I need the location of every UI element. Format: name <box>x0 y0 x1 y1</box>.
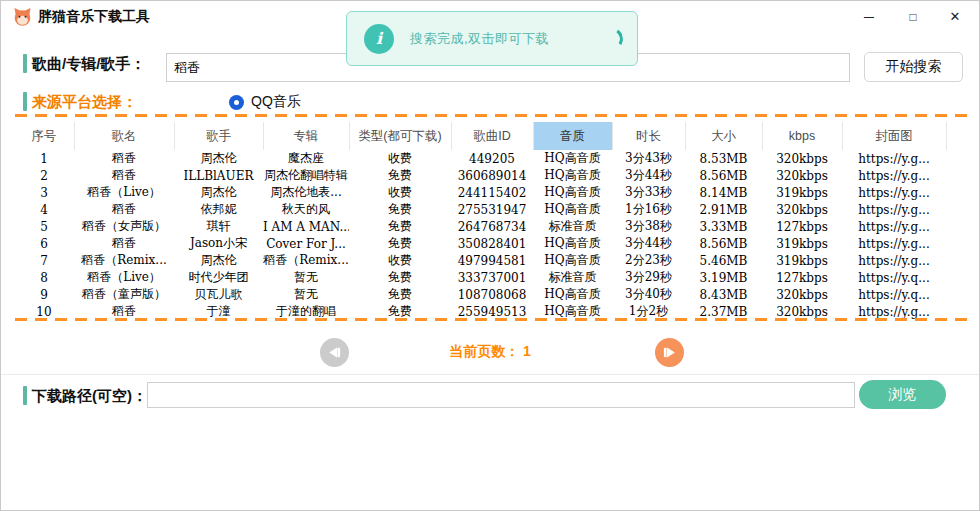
table-cell[interactable] <box>946 286 980 303</box>
table-cell[interactable]: 琪轩 <box>174 218 263 235</box>
table-cell[interactable] <box>946 167 980 184</box>
table-row[interactable]: 1稻香周杰伦魔杰座收费449205HQ高音质3分43秒8.53MB320kbps… <box>14 150 980 167</box>
table-cell[interactable]: 319kbps <box>762 252 842 269</box>
table-cell[interactable]: https://y.g... <box>842 201 946 218</box>
table-cell[interactable]: 周杰伦 <box>174 252 263 269</box>
table-cell[interactable]: 8.53MB <box>685 150 762 167</box>
column-header-7[interactable]: 音质 <box>533 122 612 150</box>
close-button[interactable]: ✕ <box>933 1 977 33</box>
table-cell[interactable]: 贝瓦儿歌 <box>174 286 263 303</box>
table-cell[interactable]: I AM A MAN... <box>263 218 349 235</box>
maximize-button[interactable]: □ <box>891 1 935 33</box>
table-row[interactable]: 9稻香（童声版）贝瓦儿歌暂无免费108708068HQ高音质3分40秒8.43M… <box>14 286 980 303</box>
table-cell[interactable]: 稻香（女声版） <box>74 218 174 235</box>
column-header-3[interactable]: 歌手 <box>174 122 263 150</box>
table-cell[interactable]: 8.14MB <box>685 184 762 201</box>
column-header-9[interactable]: 大小 <box>685 122 762 150</box>
table-cell[interactable]: 319kbps <box>762 235 842 252</box>
table-cell[interactable]: 稻香 <box>74 201 174 218</box>
table-cell[interactable]: 7 <box>14 252 74 269</box>
table-cell[interactable]: 周杰伦 <box>174 184 263 201</box>
table-cell[interactable]: 9 <box>14 286 74 303</box>
download-path-input[interactable] <box>147 382 855 408</box>
table-cell[interactable]: 稻香（Remix... <box>74 252 174 269</box>
table-cell[interactable]: 244115402 <box>451 184 533 201</box>
table-cell[interactable]: 免费 <box>349 201 451 218</box>
table-cell[interactable]: 8.56MB <box>685 235 762 252</box>
column-header-empty[interactable] <box>946 122 980 150</box>
table-cell[interactable]: 收费 <box>349 252 451 269</box>
table-cell[interactable] <box>946 201 980 218</box>
table-cell[interactable]: 5.46MB <box>685 252 762 269</box>
table-cell[interactable]: 周杰伦翻唱特辑 <box>263 167 349 184</box>
table-cell[interactable]: 449205 <box>451 150 533 167</box>
table-cell[interactable]: 免费 <box>349 286 451 303</box>
table-cell[interactable]: 127kbps <box>762 269 842 286</box>
table-cell[interactable]: 320kbps <box>762 286 842 303</box>
table-cell[interactable]: https://y.g... <box>842 252 946 269</box>
table-cell[interactable]: 免费 <box>349 218 451 235</box>
table-row[interactable]: 5稻香（女声版）琪轩I AM A MAN...免费264768734标准音质3分… <box>14 218 980 235</box>
table-cell[interactable]: HQ高音质 <box>533 252 612 269</box>
table-cell[interactable]: https://y.g... <box>842 150 946 167</box>
table-cell[interactable]: HQ高音质 <box>533 184 612 201</box>
table-cell[interactable]: Jason小宋 <box>174 235 263 252</box>
table-cell[interactable]: 稻香 <box>74 235 174 252</box>
table-cell[interactable] <box>946 235 980 252</box>
table-cell[interactable]: HQ高音质 <box>533 235 612 252</box>
table-cell[interactable]: 3分29秒 <box>612 269 685 286</box>
table-cell[interactable] <box>946 252 980 269</box>
table-cell[interactable]: 3.33MB <box>685 218 762 235</box>
table-cell[interactable]: https://y.q... <box>842 286 946 303</box>
table-cell[interactable]: 4 <box>14 201 74 218</box>
table-row[interactable]: 3稻香（Live）周杰伦周杰伦地表...收费244115402HQ高音质3分33… <box>14 184 980 201</box>
column-header-11[interactable]: 封面图 <box>842 122 946 150</box>
table-cell[interactable]: 3 <box>14 184 74 201</box>
column-header-8[interactable]: 时长 <box>612 122 685 150</box>
table-cell[interactable]: 320kbps <box>762 201 842 218</box>
table-cell[interactable]: 3分40秒 <box>612 286 685 303</box>
table-cell[interactable]: https://y.g... <box>842 184 946 201</box>
start-search-button[interactable]: 开始搜索 <box>864 52 963 82</box>
column-header-6[interactable]: 歌曲ID <box>451 122 533 150</box>
table-cell[interactable]: 3.19MB <box>685 269 762 286</box>
table-cell[interactable]: 264768734 <box>451 218 533 235</box>
table-cell[interactable]: HQ高音质 <box>533 286 612 303</box>
table-cell[interactable]: HQ高音质 <box>533 201 612 218</box>
table-cell[interactable]: 暂无 <box>263 269 349 286</box>
table-cell[interactable]: 3分33秒 <box>612 184 685 201</box>
table-row[interactable]: 6稻香Jason小宋Cover For J...免费350828401HQ高音质… <box>14 235 980 252</box>
table-cell[interactable]: 免费 <box>349 269 451 286</box>
table-cell[interactable]: HQ高音质 <box>533 150 612 167</box>
table-cell[interactable]: 5 <box>14 218 74 235</box>
table-cell[interactable]: 8.56MB <box>685 167 762 184</box>
table-row[interactable]: 2稻香ILLBlAUER周杰伦翻唱特辑免费360689014HQ高音质3分44秒… <box>14 167 980 184</box>
table-cell[interactable]: 免费 <box>349 167 451 184</box>
table-cell[interactable]: https://y.g... <box>842 218 946 235</box>
table-cell[interactable]: 稻香（Remix... <box>263 252 349 269</box>
table-cell[interactable]: 108708068 <box>451 286 533 303</box>
table-cell[interactable]: 暂无 <box>263 286 349 303</box>
radio-selected-icon[interactable] <box>229 95 244 110</box>
next-page-button[interactable] <box>655 338 684 367</box>
table-cell[interactable]: 275531947 <box>451 201 533 218</box>
table-cell[interactable]: 360689014 <box>451 167 533 184</box>
table-cell[interactable]: 3分44秒 <box>612 167 685 184</box>
table-cell[interactable]: 8 <box>14 269 74 286</box>
table-cell[interactable]: 2 <box>14 167 74 184</box>
table-cell[interactable]: HQ高音质 <box>533 167 612 184</box>
table-cell[interactable]: 魔杰座 <box>263 150 349 167</box>
column-header-5[interactable]: 类型(都可下载) <box>349 122 451 150</box>
table-row[interactable]: 8稻香（Live）时代少年团暂无免费333737001标准音质3分29秒3.19… <box>14 269 980 286</box>
table-cell[interactable]: 1分16秒 <box>612 201 685 218</box>
table-cell[interactable]: 497994581 <box>451 252 533 269</box>
table-cell[interactable]: 时代少年团 <box>174 269 263 286</box>
table-cell[interactable] <box>946 218 980 235</box>
column-header-4[interactable]: 专辑 <box>263 122 349 150</box>
table-cell[interactable]: https://y.g... <box>842 167 946 184</box>
table-cell[interactable]: 周杰伦地表... <box>263 184 349 201</box>
table-cell[interactable]: https://y.q... <box>842 269 946 286</box>
table-cell[interactable] <box>946 269 980 286</box>
table-cell[interactable]: Cover For J... <box>263 235 349 252</box>
table-cell[interactable]: 350828401 <box>451 235 533 252</box>
